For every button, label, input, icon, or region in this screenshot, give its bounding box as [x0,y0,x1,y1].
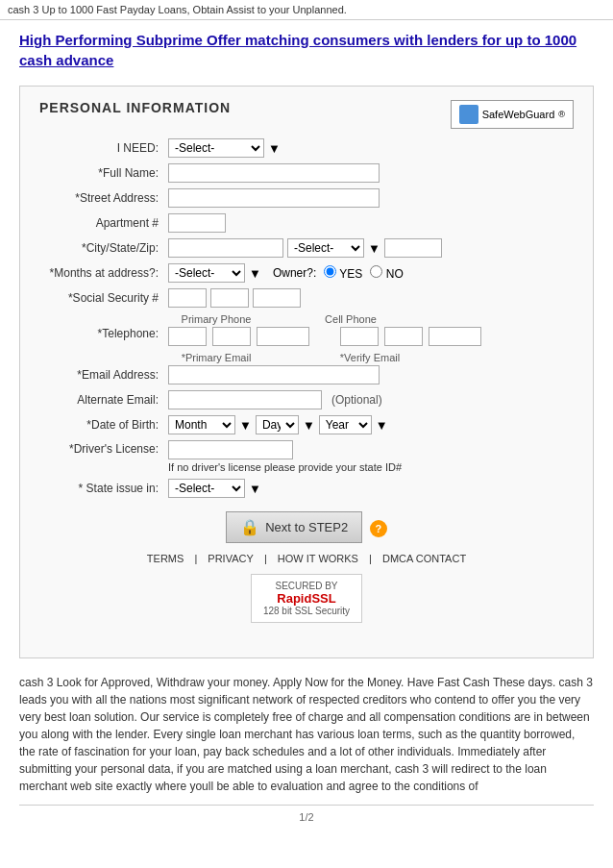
safe-webguard-badge: SafeWebGuard ® [451,100,574,129]
months-select[interactable]: -Select- [168,263,245,283]
state-issue-select[interactable]: -Select- [168,479,245,498]
page-number: 1/2 [19,805,594,823]
primary-phone-input2[interactable] [212,327,251,346]
yes-radio[interactable] [324,265,336,278]
cell-phone-label: Cell Phone [303,313,399,325]
drivers-license-input[interactable] [168,440,293,459]
lock-icon: 🔒 [240,518,259,536]
full-name-label: *Full Name: [39,166,164,180]
help-icon[interactable]: ? [370,520,387,537]
zip-input[interactable] [384,238,442,258]
no-radio-label[interactable]: NO [370,265,403,281]
state-issue-label: * State issue in: [39,482,164,495]
ssl-secured-label: SECURED BY [263,581,350,591]
birth-day-select[interactable]: Day [256,415,299,434]
alternate-email-label: Alternate Email: [39,393,164,407]
form-container: PERSONAL INFORMATION SafeWebGuard ® I NE… [19,86,594,658]
no-radio[interactable] [370,265,382,278]
apartment-label: Apartment # [39,216,164,230]
street-address-label: *Street Address: [39,191,164,205]
full-name-input[interactable] [168,163,380,183]
next-step-label: Next to STEP2 [265,520,348,534]
ssl-bit-label: 128 bit SSL Security [263,606,350,616]
ssn-input3[interactable] [253,288,301,308]
verify-email-label: *Verify Email [322,352,418,363]
safe-webguard-label: SafeWebGuard [482,109,555,120]
ssn-input1[interactable] [168,288,207,308]
cell-phone-input2[interactable] [384,327,423,346]
safe-webguard-icon [459,105,478,124]
ssl-badge-box: SECURED BY RapidSSL 128 bit SSL Security [251,574,362,623]
cell-phone-input3[interactable] [429,327,481,346]
footer-links: TERMS | PRIVACY | HOW IT WORKS | DMCA CO… [39,553,574,564]
yes-radio-label[interactable]: YES [324,265,362,281]
ssn-input2[interactable] [210,288,249,308]
owner-label: Owner?: [273,266,316,280]
birth-month-select[interactable]: Month [168,415,235,434]
body-text: cash 3 Look for Approved, Withdraw your … [19,674,594,795]
optional-label: (Optional) [331,393,382,407]
email-input[interactable] [168,365,380,384]
birth-year-select[interactable]: Year [319,415,372,434]
i-need-label: I NEED: [39,141,164,155]
drivers-note: If no driver's license please provide yo… [168,461,402,473]
primary-phone-label: Primary Phone [168,313,264,325]
dmca-link[interactable]: DMCA CONTACT [382,553,466,564]
primary-phone-input3[interactable] [257,327,309,346]
street-address-input[interactable] [168,188,380,208]
telephone-label: *Telephone: [39,313,164,340]
city-input[interactable] [168,238,283,258]
terms-link[interactable]: TERMS [147,553,184,564]
drivers-license-label: *Driver's License: [39,440,164,456]
privacy-link[interactable]: PRIVACY [208,553,253,564]
ssl-brand: RapidSSL [263,591,350,606]
top-bar-text: cash 3 Up to 1000 Fast Payday Loans, Obt… [8,4,347,15]
state-select[interactable]: -Select- [287,238,364,258]
primary-email-label: *Primary Email [168,352,264,363]
page-title: High Performing Subprime Offer matching … [19,30,594,70]
alternate-email-input[interactable] [168,390,322,409]
email-address-label: *Email Address: [39,368,164,382]
personal-info-title: PERSONAL INFORMATION [39,100,231,115]
how-it-works-link[interactable]: HOW IT WORKS [278,553,358,564]
city-state-zip-label: *City/State/Zip: [39,241,164,255]
months-at-address-label: *Months at address?: [39,266,164,280]
i-need-select[interactable]: -Select- [168,138,264,158]
cell-phone-input1[interactable] [340,327,379,346]
ssn-label: *Social Security # [39,291,164,305]
primary-phone-input1[interactable] [168,327,207,346]
dob-label: *Date of Birth: [39,418,164,432]
apartment-input[interactable] [168,213,226,233]
next-step-button[interactable]: 🔒 Next to STEP2 [226,511,362,543]
top-bar: cash 3 Up to 1000 Fast Payday Loans, Obt… [0,0,613,20]
